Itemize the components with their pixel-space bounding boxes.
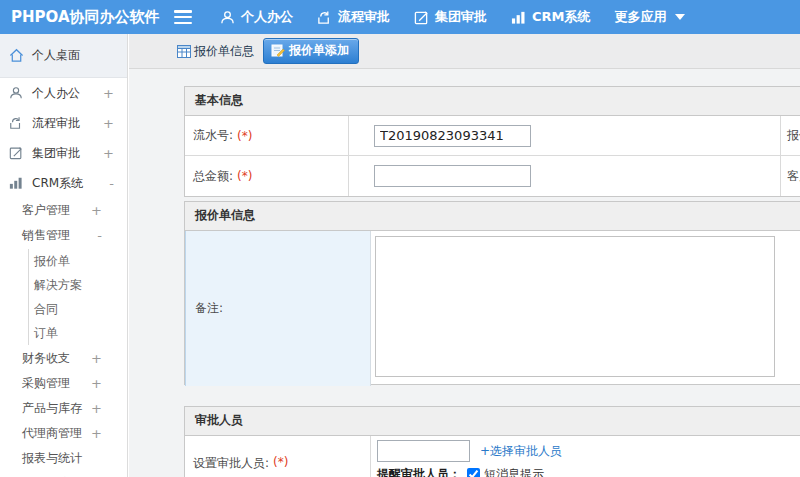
sidebar-item-products-inventory[interactable]: 产品与库存 + — [0, 396, 127, 421]
side-label-cell: 报价 — [781, 116, 800, 156]
sidebar-item-personal-office[interactable]: 个人办公 + — [0, 78, 127, 108]
amount-label: 总金额: — [193, 168, 233, 185]
sidebar-item-contract[interactable]: 合同 — [29, 297, 127, 321]
edit-icon — [414, 10, 429, 25]
expand-toggle[interactable]: + — [91, 401, 102, 416]
sidebar-item-label: 流程审批 — [32, 115, 80, 132]
sidebar-item-label: 财务收支 — [22, 350, 70, 367]
section-quote-info: 报价单信息 备注: — [184, 201, 800, 385]
sidebar-item-customer-mgmt[interactable]: 客户管理 + — [0, 198, 127, 223]
chart-icon — [9, 176, 24, 190]
set-approver-label: 设置审批人员: — [193, 455, 269, 472]
choose-approver-link[interactable]: +选择审批人员 — [480, 443, 562, 460]
topnav: 个人办公 流程审批 集团审批 CRM系统 更多应用 — [220, 8, 709, 26]
form-row-approver: 设置审批人员: (*) +选择审批人员 提醒审批人员： 短消息提示 — [185, 436, 800, 477]
sidebar-item-agent-mgmt[interactable]: 代理商管理 + — [0, 421, 127, 446]
quote-side-label: 报价 — [787, 127, 800, 144]
sidebar-item-solution[interactable]: 解决方案 — [29, 273, 127, 297]
section-title: 基本信息 — [185, 87, 800, 116]
sms-checkbox[interactable] — [467, 468, 480, 477]
section-basic-info: 基本信息 流水号: (*) 报价 总金额: ( — [184, 86, 800, 197]
topnav-item-more-apps[interactable]: 更多应用 — [615, 8, 685, 26]
required-mark: (*) — [237, 169, 252, 183]
tab-quotation-add-active[interactable]: 报价单添加 — [263, 38, 359, 64]
topnav-label: 集团审批 — [435, 8, 487, 26]
serial-label: 流水号: — [193, 127, 233, 144]
sidebar-item-flow-approval[interactable]: 流程审批 + — [0, 108, 127, 138]
topnav-item-crm[interactable]: CRM系统 — [511, 8, 591, 26]
person-icon — [9, 86, 24, 100]
tab-label: 报价单信息 — [194, 43, 254, 60]
sidebar-item-order[interactable]: 订单 — [29, 321, 127, 345]
edit-icon — [9, 146, 24, 160]
table-icon — [177, 45, 191, 58]
field-label-cell: 总金额: (*) — [185, 156, 349, 196]
expand-toggle[interactable]: + — [91, 376, 102, 391]
tab-quotation-info[interactable]: 报价单信息 — [172, 39, 259, 64]
expand-toggle[interactable]: + — [103, 146, 114, 161]
topnav-item-flow-approval[interactable]: 流程审批 — [317, 8, 390, 26]
sms-label: 短消息提示 — [484, 466, 544, 477]
sidebar-item-label: CRM系统 — [32, 175, 83, 192]
remark-textarea[interactable] — [375, 236, 775, 377]
expand-toggle[interactable]: + — [91, 203, 102, 218]
sidebar-item-label: 个人办公 — [32, 85, 80, 102]
sidebar-item-crm[interactable]: CRM系统 - — [0, 168, 127, 198]
sidebar-item-reports-stats[interactable]: 报表与统计 — [0, 446, 127, 471]
remind-line: 提醒审批人员： 短消息提示 — [377, 466, 800, 477]
tabbar: 报价单信息 报价单添加 — [129, 34, 800, 69]
sidebar-item-sales-mgmt[interactable]: 销售管理 - — [0, 223, 127, 248]
sidebar-item-quotation[interactable]: 报价单 — [29, 249, 127, 273]
main-content: 报价单信息 报价单添加 基本信息 流水号: (*) — [129, 34, 800, 477]
expand-toggle[interactable]: - — [109, 176, 114, 191]
form-row-serial: 流水号: (*) 报价 — [185, 116, 800, 156]
sidebar-item-label: 报价单 — [34, 253, 70, 270]
sidebar-item-purchasing[interactable]: 采购管理 + — [0, 371, 127, 396]
quotation-form: 基本信息 流水号: (*) 报价 总金额: ( — [129, 69, 800, 477]
expand-toggle[interactable]: + — [103, 86, 114, 101]
chart-icon — [511, 10, 526, 25]
menu-icon[interactable] — [174, 10, 192, 24]
field-input-cell — [349, 116, 781, 156]
sidebar-item-label: 解决方案 — [34, 277, 82, 294]
topbar: PHPOA协同办公软件 个人办公 流程审批 集团审批 CRM系统 更多应用 — [0, 0, 800, 34]
remark-label: 备注: — [195, 300, 223, 317]
amount-input[interactable] — [374, 165, 531, 187]
expand-toggle[interactable]: + — [91, 351, 102, 366]
expand-toggle[interactable]: + — [91, 426, 102, 441]
form-row-amount: 总金额: (*) 客户 — [185, 156, 800, 196]
section-approver: 审批人员 设置审批人员: (*) +选择审批人员 提醒审批人员： — [184, 406, 800, 477]
sidebar-item-label: 代理商管理 — [22, 425, 82, 442]
section-title: 报价单信息 — [185, 202, 800, 231]
sidebar-item-group-approval[interactable]: 集团审批 + — [0, 138, 127, 168]
topnav-item-group-approval[interactable]: 集团审批 — [414, 8, 487, 26]
sidebar: 个人桌面 个人办公 + 流程审批 + 集团审批 + — [0, 34, 128, 477]
sidebar-item-label: 客户管理 — [22, 202, 70, 219]
form-row-remark: 备注: — [185, 231, 800, 384]
flow-icon — [9, 116, 24, 130]
serial-input[interactable] — [374, 125, 531, 147]
sidebar-item-personal-desktop[interactable]: 个人桌面 — [0, 34, 127, 78]
side-label-cell: 客户 — [781, 156, 800, 196]
tab-label: 报价单添加 — [289, 42, 349, 59]
topnav-label: CRM系统 — [532, 8, 591, 26]
sidebar-item-finance[interactable]: 财务收支 + — [0, 346, 127, 371]
sidebar-item-label: 订单 — [34, 325, 58, 342]
person-icon — [220, 10, 235, 25]
sidebar-subtree: 报价单 解决方案 合同 订单 — [28, 249, 127, 345]
topnav-item-personal-office[interactable]: 个人办公 — [220, 8, 293, 26]
expand-toggle[interactable]: + — [103, 116, 114, 131]
remark-label-cell: 备注: — [185, 231, 371, 386]
approver-field-cell: +选择审批人员 提醒审批人员： 短消息提示 注：流程第一步审批人员，这里选择你的… — [371, 436, 800, 477]
topnav-label: 个人办公 — [241, 8, 293, 26]
required-mark: (*) — [237, 129, 252, 143]
approver-input[interactable] — [377, 440, 470, 462]
remark-textarea-cell — [371, 231, 800, 386]
sidebar-item-form-flow-settings[interactable]: 表单与流程设置 + — [0, 471, 127, 477]
expand-toggle[interactable]: - — [97, 228, 102, 243]
customer-side-label: 客户 — [787, 168, 800, 185]
home-icon — [9, 48, 24, 63]
sidebar-item-label: 产品与库存 — [22, 400, 82, 417]
field-input-cell — [349, 156, 781, 196]
required-mark: (*) — [273, 455, 288, 469]
